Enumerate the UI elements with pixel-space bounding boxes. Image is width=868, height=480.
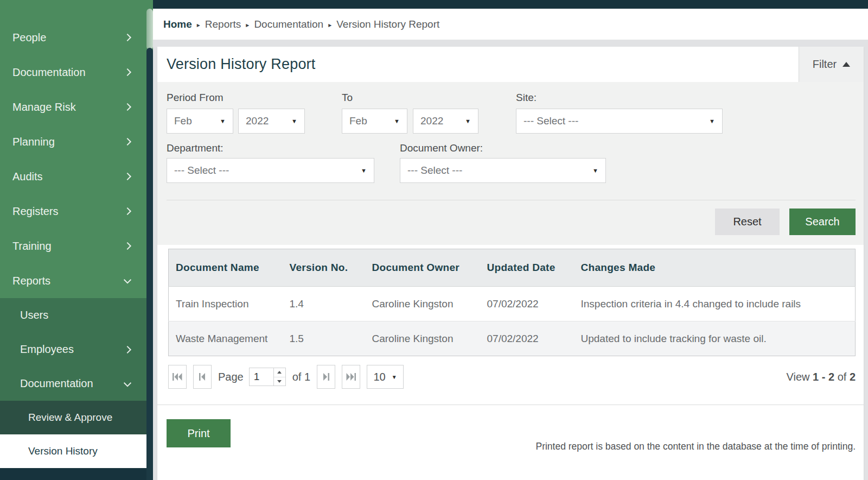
sidebar-item-planning[interactable]: Planning: [0, 124, 153, 159]
dropdown-arrow-icon: ▼: [465, 118, 471, 124]
dropdown-arrow-icon: ▼: [394, 118, 400, 124]
chevron-right-icon: [124, 345, 131, 353]
dropdown-arrow-icon: ▼: [709, 118, 715, 124]
chevron-down-icon: [124, 379, 131, 387]
sidebar-item-manage-risk[interactable]: Manage Risk: [0, 90, 153, 124]
breadcrumb-reports[interactable]: Reports: [205, 18, 241, 30]
triangle-up-icon: [843, 62, 850, 67]
scrollbar-track: [146, 48, 153, 480]
table-row: Train Inspection 1.4 Caroline Kingston 0…: [169, 287, 856, 321]
chevron-down-icon: [124, 276, 131, 283]
cell-updated-date: 07/02/2022: [480, 321, 574, 356]
next-page-icon: [323, 373, 329, 381]
table-header-row: Document Name Version No. Document Owner…: [169, 249, 856, 287]
last-page-button[interactable]: [342, 365, 360, 389]
view-mid: of: [838, 371, 847, 383]
filter-toggle-label: Filter: [813, 58, 837, 71]
page-title: Version History Report: [157, 47, 799, 82]
top-dark-bar: [153, 0, 868, 9]
chevron-right-icon: [124, 242, 131, 250]
first-page-button[interactable]: [168, 365, 187, 389]
page-size-select[interactable]: 10 ▼: [367, 365, 404, 389]
prev-page-button[interactable]: [193, 365, 212, 389]
sidebar-item-label: Training: [12, 240, 52, 252]
filter-toggle-button[interactable]: Filter: [799, 47, 864, 82]
sidebar-item-label: Manage Risk: [12, 101, 76, 113]
dropdown-arrow-icon: ▼: [220, 118, 226, 124]
sidebar-item-label: Users: [20, 309, 48, 321]
col-document-owner: Document Owner: [365, 249, 480, 287]
view-total: 2: [850, 371, 856, 383]
spinner-down-icon: [277, 380, 282, 383]
breadcrumb-home[interactable]: Home: [163, 18, 192, 30]
last-page-icon: [346, 373, 356, 381]
view-range-info: View 1 - 2 of 2: [786, 371, 856, 383]
chevron-right-icon: [124, 173, 131, 180]
department-select[interactable]: --- Select ---▼: [167, 158, 374, 183]
sidebar-item-people[interactable]: People: [0, 20, 153, 55]
sidebar-item-employees[interactable]: Employees: [0, 332, 153, 367]
sidebar-item-label: People: [12, 31, 46, 44]
spinner-down-button[interactable]: [274, 377, 285, 386]
next-page-button[interactable]: [317, 365, 335, 389]
sidebar-item-training[interactable]: Training: [0, 229, 153, 263]
dropdown-arrow-icon: ▼: [392, 374, 397, 380]
document-owner-label: Document Owner:: [400, 142, 483, 154]
sidebar-item-documentation[interactable]: Documentation: [0, 55, 153, 90]
page-size-value: 10: [374, 371, 386, 383]
spinner-up-icon: [277, 371, 282, 374]
chevron-right-icon: [124, 138, 131, 146]
dropdown-arrow-icon: ▼: [291, 118, 297, 124]
department-select-value: --- Select ---: [174, 165, 229, 176]
spinner-up-button[interactable]: [274, 368, 285, 377]
sidebar-item-label: Planning: [12, 136, 55, 148]
results-table: Document Name Version No. Document Owner…: [168, 249, 856, 356]
sidebar-scrollbar[interactable]: [146, 9, 153, 480]
cell-updated-date: 07/02/2022: [480, 287, 574, 321]
table-row: Waste Management 1.5 Caroline Kingston 0…: [169, 321, 856, 356]
pagination: Page of 1 10 ▼: [168, 365, 404, 389]
report-card: Version History Report Filter Period Fro…: [157, 47, 864, 480]
page-spinner: [273, 368, 285, 386]
sidebar-item-label: Review & Approve: [28, 412, 112, 424]
breadcrumb: Home ▸ Reports ▸ Documentation ▸ Version…: [153, 9, 868, 40]
period-from-label: Period From: [167, 92, 224, 104]
search-button[interactable]: Search: [789, 209, 856, 235]
chevron-right-icon: [124, 34, 131, 41]
reset-button[interactable]: Reset: [715, 209, 780, 235]
cell-document-owner: Caroline Kingston: [365, 321, 480, 356]
from-month-value: Feb: [174, 115, 192, 127]
col-updated-date: Updated Date: [480, 249, 574, 287]
document-owner-select[interactable]: --- Select ---▼: [400, 158, 606, 183]
cell-version-no: 1.5: [283, 321, 365, 356]
print-note: Printed report is based on the content i…: [535, 441, 856, 452]
site-select[interactable]: --- Select ---▼: [516, 109, 723, 134]
page-label: Page: [218, 371, 244, 383]
from-year-select[interactable]: 2022▼: [238, 109, 305, 134]
cell-document-name: Train Inspection: [169, 287, 283, 321]
sidebar-item-reports[interactable]: Reports: [0, 263, 153, 298]
sidebar-item-label: Version History: [28, 445, 98, 457]
print-button[interactable]: Print: [167, 419, 231, 447]
sidebar-item-label: Reports: [12, 275, 50, 287]
main-content: Home ▸ Reports ▸ Documentation ▸ Version…: [153, 9, 868, 480]
sidebar-item-label: Documentation: [12, 66, 86, 79]
scrollbar-thumb[interactable]: [146, 9, 153, 50]
breadcrumb-documentation[interactable]: Documentation: [254, 18, 323, 30]
cell-changes-made: Inspection criteria in 4.4 changed to in…: [574, 287, 856, 321]
sidebar-item-review-approve[interactable]: Review & Approve: [0, 401, 153, 434]
prev-page-icon: [199, 373, 206, 381]
department-label: Department:: [167, 142, 224, 154]
sidebar-item-version-history[interactable]: Version History: [0, 434, 146, 468]
from-month-select[interactable]: Feb▼: [167, 109, 233, 134]
chevron-right-icon: [124, 68, 131, 76]
sidebar-item-label: Audits: [12, 170, 43, 183]
sidebar-item-audits[interactable]: Audits: [0, 159, 153, 194]
sidebar-item-documentation-sub[interactable]: Documentation: [0, 367, 153, 401]
sidebar-item-users[interactable]: Users: [0, 298, 153, 332]
to-year-select[interactable]: 2022▼: [413, 109, 478, 134]
page-number-input[interactable]: [250, 368, 273, 386]
sidebar-item-registers[interactable]: Registers: [0, 194, 153, 229]
sidebar-reports-submenu: Users Employees Documentation: [0, 298, 153, 401]
to-month-select[interactable]: Feb▼: [342, 109, 407, 134]
